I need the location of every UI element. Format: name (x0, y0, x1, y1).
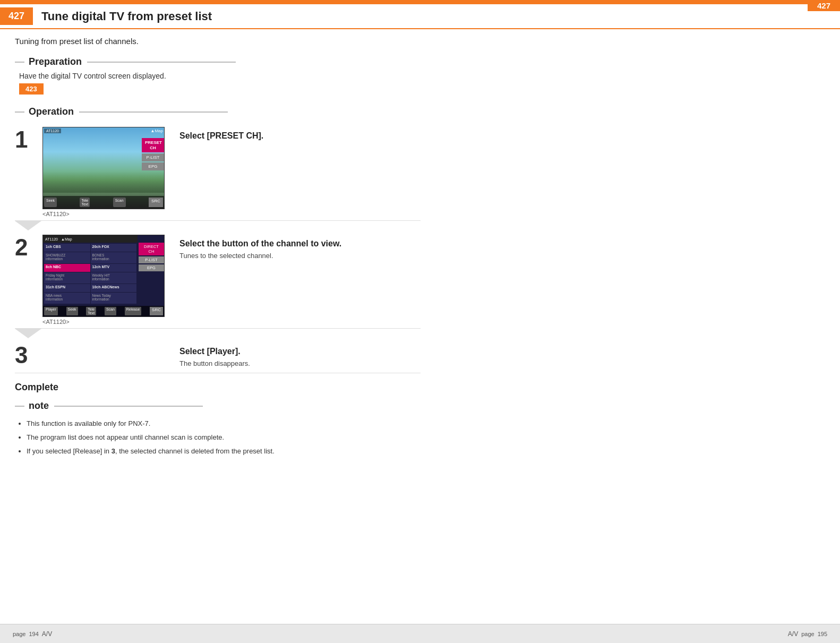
step-2-row: 2 AT1120 ▲Map 1ch CBS 20ch FOX SHOWBUZZi… (15, 230, 421, 329)
step-2-desc: Tunes to the selected channel. (179, 252, 421, 260)
note-label: note (29, 400, 49, 411)
note-list: This function is available only for PNX-… (27, 417, 421, 458)
footer-left: page 194 A/V (13, 630, 52, 638)
step-1-image: AT1120 ▲Map PRESETCH P-LIST EPG Seek Tel… (42, 127, 165, 217)
preset-ch-button[interactable]: PRESETCH (142, 138, 164, 152)
complete-label: Complete (15, 382, 421, 393)
note-item-3-text: If you selected [Release] in (27, 447, 112, 455)
corner-page-number: 427 (808, 0, 840, 11)
note-header: note (15, 400, 421, 411)
step-3-desc: The button disappears. (179, 359, 421, 367)
chevron-2 (15, 329, 41, 338)
footer-page-num-right: 195 (818, 631, 827, 637)
step-1-title: Select [PRESET CH]. (179, 131, 421, 141)
top-bar (0, 0, 840, 4)
step-2-caption: <AT1120> (42, 319, 165, 325)
footer-page-label-right: page (801, 631, 814, 637)
epg-button-1[interactable]: EPG (142, 162, 164, 170)
note-item-3-text-end: , the selected channel is deleted from t… (115, 447, 275, 455)
step-1-caption: <AT1120> (42, 211, 165, 217)
p-list-button-1[interactable]: P-LIST (142, 153, 164, 161)
intro-text: Tuning from preset list of channels. (15, 37, 421, 46)
step-2-number: 2 (15, 236, 38, 259)
preparation-text: Have the digital TV control screen displ… (19, 72, 421, 80)
note-item-2: The program list does not appear until c… (27, 431, 421, 444)
page-number-badge: 427 (0, 7, 33, 25)
preparation-link-badge[interactable]: 423 (19, 83, 44, 95)
preparation-label: Preparation (29, 56, 82, 67)
svg-marker-0 (15, 221, 41, 230)
footer-page-num-left: 194 (29, 631, 38, 637)
step-3-content: Select [Player]. The button disappears. (179, 342, 421, 367)
step-3-number: 3 (15, 344, 38, 367)
content-area: Tuning from preset list of channels. Pre… (0, 37, 435, 458)
operation-header: Operation (15, 106, 421, 117)
page-header: 427 Tune digital TV from preset list (0, 4, 840, 29)
step-3-row: 3 Select [Player]. The button disappears… (15, 338, 421, 373)
footer-right: A/V page 195 (788, 630, 827, 638)
note-step-ref: 3 (112, 447, 115, 455)
note-item-3: If you selected [Release] in 3, the sele… (27, 444, 421, 458)
preparation-header: Preparation (15, 56, 421, 67)
step-2-content: Select the button of the channel to view… (179, 235, 421, 260)
footer-page-label-left: page (13, 631, 25, 637)
svg-marker-1 (15, 329, 41, 338)
note-item-1: This function is available only for PNX-… (27, 417, 421, 431)
footer-nav-left: A/V (42, 630, 52, 638)
chevron-1 (15, 221, 41, 230)
step-2-title: Select the button of the channel to view… (179, 239, 421, 248)
step-1-row: 1 AT1120 ▲Map PRESETCH P-LIST EPG Seek T… (15, 123, 421, 221)
footer-nav-right: A/V (788, 630, 798, 638)
step-3-title: Select [Player]. (179, 347, 421, 356)
footer: page 194 A/V A/V page 195 (0, 624, 840, 643)
page-title: Tune digital TV from preset list (41, 10, 212, 23)
step-1-content: Select [PRESET CH]. (179, 127, 421, 143)
step-2-image: AT1120 ▲Map 1ch CBS 20ch FOX SHOWBUZZinf… (42, 235, 165, 325)
operation-label: Operation (29, 106, 74, 117)
